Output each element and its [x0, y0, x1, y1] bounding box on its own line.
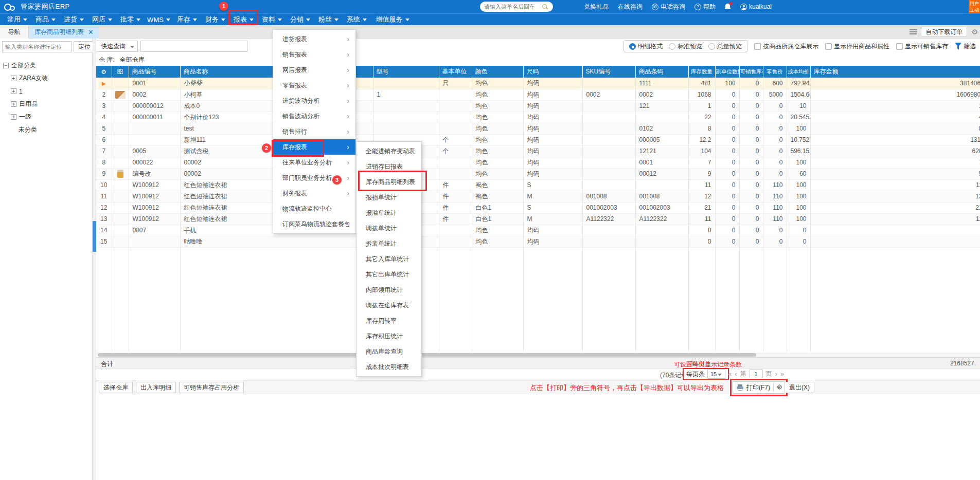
product-image-cell[interactable]: [112, 202, 129, 213]
cell-sellable[interactable]: 0: [739, 157, 763, 168]
cell-amount[interactable]: 11: [810, 213, 980, 225]
cell-cost[interactable]: 60: [787, 168, 810, 179]
cell-color[interactable]: 褐色: [472, 179, 523, 191]
next-page-icon[interactable]: ›: [775, 370, 777, 378]
table-row[interactable]: 15咕噜噜均色均码00000: [96, 236, 980, 247]
filter-toggle[interactable]: 筛选: [955, 42, 976, 51]
footer-button-可销售库存占用分析[interactable]: 可销售库存占用分析: [179, 382, 244, 393]
cell-sellable[interactable]: 0: [739, 225, 763, 236]
cell-code[interactable]: 000022: [129, 157, 180, 168]
cell-sub_qty[interactable]: 100: [715, 78, 739, 89]
column-header-可销售库存[interactable]: 可销售库存: [739, 66, 763, 78]
nav-item-进货[interactable]: 进货: [60, 14, 88, 25]
cell-qty[interactable]: 12: [688, 191, 715, 202]
cell-amount[interactable]: 620: [810, 145, 980, 157]
cell-barcode[interactable]: [635, 112, 688, 123]
radio-总量预览[interactable]: 总量预览: [708, 42, 742, 51]
cell-model[interactable]: 1: [373, 89, 439, 100]
cell-retail[interactable]: 110: [763, 179, 787, 191]
cell-sub_qty[interactable]: 0: [715, 213, 739, 225]
cell-barcode[interactable]: 1111: [635, 78, 688, 89]
menu-item-库存报表[interactable]: 库存报表›: [273, 139, 355, 155]
product-image-cell[interactable]: [112, 123, 129, 134]
cell-sub_qty[interactable]: 0: [715, 123, 739, 134]
nav-item-增值服务[interactable]: 增值服务: [371, 14, 414, 25]
column-header-成本均价[interactable]: 成本均价: [787, 66, 810, 78]
row-indicator-cell[interactable]: 11: [96, 191, 112, 202]
menu-item-订阅菜鸟物流轨迹套餐包[interactable]: 订阅菜鸟物流轨迹套餐包: [273, 216, 355, 232]
row-indicator-cell[interactable]: 9: [96, 168, 112, 179]
row-indicator-cell[interactable]: 14: [96, 225, 112, 236]
list-menu-icon[interactable]: [910, 29, 917, 34]
notification-bell-icon[interactable]: [725, 4, 731, 10]
cell-sellable[interactable]: 0: [739, 89, 763, 100]
cell-code[interactable]: 000000012: [129, 100, 180, 112]
cell-sub_qty[interactable]: 0: [715, 100, 739, 112]
cell-cost[interactable]: 0: [787, 225, 810, 236]
hscroll-thumb[interactable]: [98, 353, 756, 357]
first-page-icon[interactable]: «: [728, 370, 732, 378]
cell-code[interactable]: 0001: [129, 78, 180, 89]
tree-node-未分类[interactable]: 未分类: [3, 123, 91, 136]
column-header-型号[interactable]: 型号: [373, 66, 439, 78]
table-row[interactable]: ▶0001小柴柴只均色均码11114811000600792.945738140…: [96, 78, 980, 89]
cell-sellable[interactable]: 0: [739, 236, 763, 247]
top-link-电话咨询[interactable]: ✆电话咨询: [652, 3, 685, 11]
cell-amount[interactable]: 8: [810, 123, 980, 134]
table-row[interactable]: 9编号改00002均色均码000129000605: [96, 168, 980, 179]
cell-sub_qty[interactable]: 0: [715, 145, 739, 157]
menu-item-进货波动分析[interactable]: 进货波动分析›: [273, 93, 355, 108]
cell-color[interactable]: 均色: [472, 236, 523, 247]
radio-明细格式[interactable]: 明细格式: [629, 42, 663, 51]
column-header-图[interactable]: 图: [112, 66, 129, 78]
submenu-item-库存积压统计[interactable]: 库存积压统计: [357, 328, 421, 344]
cell-size[interactable]: M: [523, 191, 582, 202]
cell-sku[interactable]: [582, 78, 635, 89]
submenu-item-调拨单统计[interactable]: 调拨单统计: [357, 220, 421, 236]
cell-sku[interactable]: [582, 168, 635, 179]
cell-sub_qty[interactable]: 0: [715, 236, 739, 247]
column-header-零售价[interactable]: 零售价: [763, 66, 787, 78]
cell-retail[interactable]: 0: [763, 123, 787, 134]
cell-qty[interactable]: 1068: [688, 89, 715, 100]
menu-item-零售报表[interactable]: 零售报表›: [273, 78, 355, 93]
product-image-cell[interactable]: [112, 168, 129, 179]
cell-code[interactable]: W100912: [129, 202, 180, 213]
cell-barcode[interactable]: 001008: [635, 191, 688, 202]
cell-model[interactable]: [373, 78, 439, 89]
submenu-item-拆装单统计[interactable]: 拆装单统计: [357, 236, 421, 251]
menu-item-财务报表[interactable]: 财务报表›: [273, 186, 355, 201]
row-indicator-cell[interactable]: 4: [96, 112, 112, 123]
tree-node-全部分类[interactable]: −全部分类: [3, 59, 91, 72]
submenu-item-全能进销存变动表[interactable]: 全能进销存变动表: [357, 143, 421, 159]
cell-code[interactable]: [129, 134, 180, 145]
cell-size[interactable]: 均码: [523, 123, 582, 134]
cell-code[interactable]: 000000011: [129, 112, 180, 123]
cell-amount[interactable]: 5: [810, 168, 980, 179]
cell-color[interactable]: 褐色: [472, 191, 523, 202]
cell-size[interactable]: 均码: [523, 89, 582, 100]
gear-icon[interactable]: ⚙: [971, 28, 978, 35]
cell-unit[interactable]: [439, 225, 472, 236]
cell-sku[interactable]: A1122322: [582, 213, 635, 225]
cell-retail[interactable]: 110: [763, 202, 787, 213]
product-image-cell[interactable]: [112, 157, 129, 168]
tree-node-ZARA女装[interactable]: +ZARA女装: [3, 72, 91, 85]
row-indicator-cell[interactable]: 3: [96, 100, 112, 112]
row-indicator-cell[interactable]: 15: [96, 236, 112, 247]
cell-cost[interactable]: 100: [787, 179, 810, 191]
cell-barcode[interactable]: 001002003: [635, 202, 688, 213]
submenu-item-报溢单统计[interactable]: 报溢单统计: [357, 205, 421, 220]
table-row[interactable]: 4000000011个别计价123均色均码2200020.54554: [96, 112, 980, 123]
cell-sku[interactable]: [582, 123, 635, 134]
cell-size[interactable]: S: [523, 202, 582, 213]
cell-sellable[interactable]: 0: [739, 168, 763, 179]
cell-qty[interactable]: 1: [688, 100, 715, 112]
sidebar-splitter[interactable]: [93, 39, 96, 480]
cell-amount[interactable]: 21: [810, 202, 980, 213]
cell-size[interactable]: 均码: [523, 145, 582, 157]
cell-color[interactable]: 均色: [472, 157, 523, 168]
product-image-cell[interactable]: [112, 236, 129, 247]
cell-code[interactable]: W100912: [129, 191, 180, 202]
cell-size[interactable]: 均码: [523, 134, 582, 145]
